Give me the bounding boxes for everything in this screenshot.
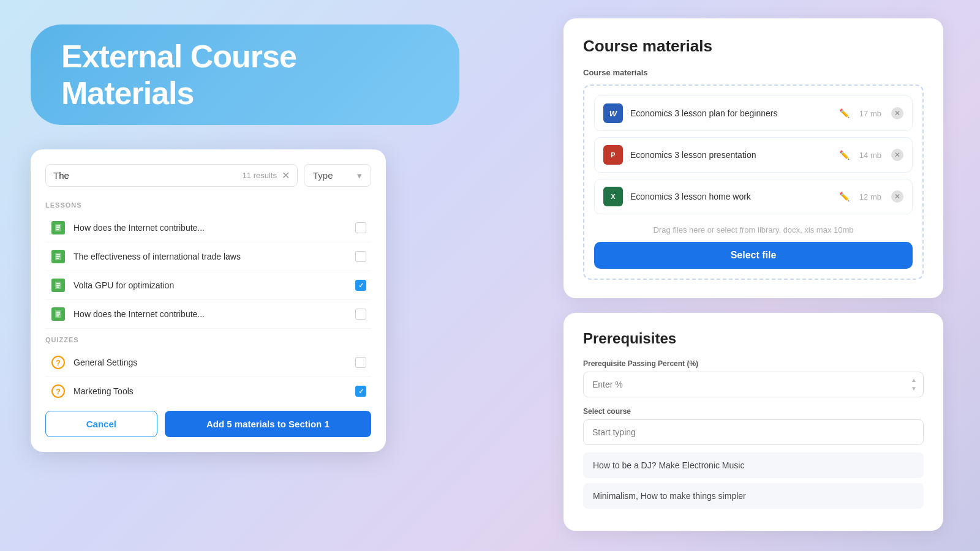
modal-card: 11 results ✕ Type ▾ LESSONS How does the… xyxy=(31,149,386,452)
list-item: How does the Internet contribute... xyxy=(45,300,371,329)
lesson-item-text: How does the Internet contribute... xyxy=(74,223,348,233)
lesson-icon xyxy=(50,249,66,264)
list-item: How does the Internet contribute... xyxy=(45,214,371,242)
lesson-checkbox-3[interactable] xyxy=(355,280,366,291)
add-materials-button[interactable]: Add 5 materials to Section 1 xyxy=(165,411,371,437)
quiz-icon-wrapper: ? xyxy=(50,383,66,399)
lesson-checkbox-4[interactable] xyxy=(355,309,366,320)
spinner-down-button[interactable]: ▼ xyxy=(910,385,918,392)
lessons-section-label: LESSONS xyxy=(45,199,371,214)
course-materials-card: Course materials Course materials W Econ… xyxy=(564,18,943,298)
results-count: 11 results xyxy=(243,171,277,180)
drop-zone-hint: Drag files here or select from library, … xyxy=(594,220,913,242)
spinner-up-button[interactable]: ▲ xyxy=(910,377,918,384)
search-input[interactable] xyxy=(53,170,238,181)
list-items-wrapper: LESSONS How does the Internet contribute… xyxy=(45,199,371,401)
lesson-icon xyxy=(50,306,66,322)
quiz-icon: ? xyxy=(51,384,65,398)
course-suggestion-2[interactable]: Minimalism, How to make things simpler xyxy=(583,483,924,509)
lesson-checkbox-2[interactable] xyxy=(355,251,366,262)
clear-search-button[interactable]: ✕ xyxy=(282,170,290,181)
left-section: External Course Materials 11 results ✕ T… xyxy=(31,24,459,452)
material-row: P Economics 3 lesson presentation ✏️ 14 … xyxy=(594,137,913,173)
doc-icon xyxy=(51,221,65,234)
ppt-icon: P xyxy=(603,145,623,165)
quiz-item-text: General Settings xyxy=(74,358,348,367)
quiz-icon: ? xyxy=(51,356,65,369)
list-item: Volta GPU for optimization xyxy=(45,271,371,300)
materials-drop-zone: W Economics 3 lesson plan for beginners … xyxy=(583,84,924,280)
prerequisites-title: Prerequisites xyxy=(583,330,924,347)
lesson-icon xyxy=(50,277,66,293)
percent-input[interactable] xyxy=(583,372,924,397)
material-name: Economics 3 lesson home work xyxy=(630,192,829,201)
percent-input-wrapper: ▲ ▼ xyxy=(583,372,924,397)
material-row: W Economics 3 lesson plan for beginners … xyxy=(594,96,913,131)
quiz-item-text: Marketing Tools xyxy=(74,386,348,396)
modal-footer: Cancel Add 5 materials to Section 1 xyxy=(45,411,371,437)
course-suggestion-1[interactable]: How to be a DJ? Make Electronic Music xyxy=(583,452,924,478)
list-item: ? Marketing Tools xyxy=(45,377,371,401)
word-icon: W xyxy=(603,103,623,123)
file-size: 12 mb xyxy=(859,192,881,201)
edit-icon[interactable]: ✏️ xyxy=(837,192,852,201)
list-item: The effectiveness of international trade… xyxy=(45,242,371,271)
list-item: ? General Settings xyxy=(45,348,371,377)
quiz-checkbox-2[interactable] xyxy=(355,386,366,397)
cancel-button[interactable]: Cancel xyxy=(45,411,157,437)
search-row: 11 results ✕ Type ▾ xyxy=(45,164,371,187)
quizzes-section-label: QUIZZES xyxy=(45,334,371,348)
material-name: Economics 3 lesson plan for beginners xyxy=(630,108,829,118)
course-select-input[interactable] xyxy=(583,419,924,445)
file-size: 17 mb xyxy=(859,109,881,118)
lesson-item-text: The effectiveness of international trade… xyxy=(74,252,348,261)
lesson-item-text: Volta GPU for optimization xyxy=(74,280,348,290)
chevron-down-icon: ▾ xyxy=(357,170,362,181)
course-materials-title: Course materials xyxy=(583,37,924,56)
type-dropdown-label: Type xyxy=(313,170,333,181)
material-row: X Economics 3 lesson home work ✏️ 12 mb … xyxy=(594,179,913,214)
quiz-icon-wrapper: ? xyxy=(50,354,66,370)
lesson-item-text: How does the Internet contribute... xyxy=(74,309,348,319)
material-name: Economics 3 lesson presentation xyxy=(630,150,829,160)
doc-icon xyxy=(51,307,65,321)
select-file-button[interactable]: Select file xyxy=(594,242,913,269)
select-course-label: Select course xyxy=(583,407,924,416)
right-section: Course materials Course materials W Econ… xyxy=(564,18,943,531)
prerequisites-card: Prerequisites Prerequisite Passing Perce… xyxy=(564,313,943,531)
xls-icon: X xyxy=(603,187,623,206)
spinner-buttons: ▲ ▼ xyxy=(910,377,918,392)
type-dropdown[interactable]: Type ▾ xyxy=(304,164,371,187)
remove-button[interactable]: ✕ xyxy=(891,190,903,203)
hero-title-card: External Course Materials xyxy=(31,24,459,125)
hero-title: External Course Materials xyxy=(61,38,429,111)
lesson-icon xyxy=(50,220,66,236)
edit-icon[interactable]: ✏️ xyxy=(837,150,852,160)
remove-button[interactable]: ✕ xyxy=(891,149,903,161)
file-size: 14 mb xyxy=(859,151,881,160)
doc-icon xyxy=(51,250,65,263)
edit-icon[interactable]: ✏️ xyxy=(837,108,852,118)
section-header-label: Course materials xyxy=(583,68,924,77)
doc-icon xyxy=(51,279,65,292)
remove-button[interactable]: ✕ xyxy=(891,107,903,119)
search-input-wrapper: 11 results ✕ xyxy=(45,164,298,187)
passing-percent-label: Prerequisite Passing Percent (%) xyxy=(583,359,924,368)
quiz-checkbox-1[interactable] xyxy=(355,357,366,368)
lesson-checkbox-1[interactable] xyxy=(355,222,366,233)
